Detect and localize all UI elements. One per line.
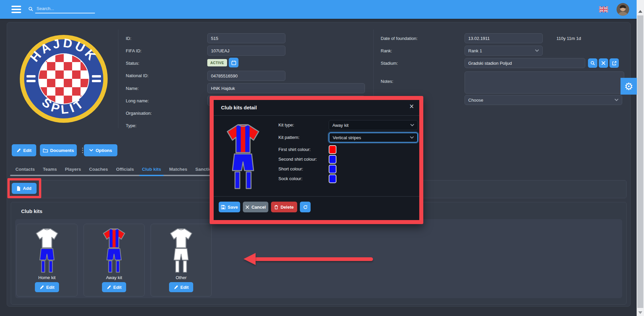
- kit-edit-button[interactable]: Edit: [102, 282, 126, 292]
- colour-swatch-first-shirt-colour[interactable]: [329, 145, 336, 154]
- status-badge: ACTIVE: [207, 59, 227, 66]
- close-icon[interactable]: ×: [410, 103, 414, 110]
- chevron-down-icon: [410, 136, 414, 139]
- stadium-label: Stadium:: [381, 61, 398, 66]
- choose-select[interactable]: Choose: [465, 95, 622, 105]
- top-navbar: [0, 0, 637, 19]
- foundation-age-text: 110y 11m 1d: [556, 36, 581, 41]
- scroll-down-arrow[interactable]: [638, 311, 642, 314]
- tab-coaches[interactable]: Coaches: [85, 163, 112, 175]
- organisation-label: Organisation:: [126, 111, 152, 116]
- app-root: HAJDUK SPLIT ID: FIFA ID: Status: ACTIVE…: [0, 0, 644, 316]
- status-label: Status:: [126, 61, 139, 66]
- folder-icon: [43, 148, 48, 153]
- kit-name: Home kit: [17, 275, 77, 280]
- fifa-id-field[interactable]: [207, 46, 285, 56]
- x-icon: [246, 205, 249, 209]
- scroll-up-arrow[interactable]: [638, 10, 642, 13]
- colour-swatch-sock-colour[interactable]: [329, 174, 336, 183]
- fifa-id-label: FIFA ID:: [126, 48, 142, 53]
- kit-name: Away kit: [84, 275, 144, 280]
- language-flag-icon[interactable]: [599, 6, 608, 12]
- options-button[interactable]: Options: [84, 144, 117, 156]
- cancel-button[interactable]: Cancel: [243, 202, 268, 212]
- pencil-icon: [16, 148, 21, 153]
- tab-contacts[interactable]: Contacts: [11, 163, 39, 175]
- kit-type-label: Kit type:: [278, 121, 294, 129]
- sock-colour-label: Sock colour:: [278, 174, 303, 183]
- stadium-clear-button[interactable]: [599, 58, 608, 68]
- rank-label: Rank:: [381, 48, 392, 53]
- tab-teams[interactable]: Teams: [39, 163, 61, 175]
- settings-gear-button[interactable]: ⚙: [621, 78, 637, 95]
- user-avatar[interactable]: [616, 3, 629, 16]
- club-kits-panel-title: Club kits: [21, 208, 42, 214]
- kit-card-other: Other Edit: [151, 224, 212, 297]
- id-label: ID:: [126, 36, 131, 41]
- search-icon: [28, 6, 33, 11]
- hamburger-menu-icon[interactable]: [11, 6, 21, 13]
- scrollbar-thumb[interactable]: [637, 15, 643, 308]
- annotation-arrow: [254, 257, 373, 261]
- pencil-icon: [107, 285, 111, 289]
- documents-button[interactable]: Documents: [40, 144, 77, 156]
- kit-preview-image: [225, 119, 261, 195]
- modal-title: Club kits detail: [221, 105, 257, 110]
- annotation-box-add: [7, 178, 41, 198]
- tab-officials[interactable]: Officials: [112, 163, 138, 175]
- stadium-open-button[interactable]: [609, 58, 619, 68]
- kit-card-home-kit: Home kit Edit: [16, 224, 77, 297]
- long-name-label: Long name:: [126, 98, 149, 103]
- modal-body: Kit type: Away kit Kit pattern: Vertical…: [214, 116, 419, 196]
- tab-club-kits[interactable]: Club kits: [138, 163, 165, 175]
- edit-button[interactable]: Edit: [12, 144, 36, 156]
- tab-strip: ContactsTeamsPlayersCoachesOfficialsClub…: [10, 163, 241, 175]
- tab-matches[interactable]: Matches: [165, 163, 191, 175]
- foundation-date-field[interactable]: [465, 33, 543, 43]
- tab-players[interactable]: Players: [61, 163, 85, 175]
- kit-pattern-select[interactable]: Vertical stripes: [329, 133, 418, 143]
- id-field[interactable]: [207, 33, 285, 43]
- modal-header: Club kits detail ×: [214, 100, 419, 116]
- kit-name: Other: [151, 275, 211, 280]
- notes-textarea[interactable]: [465, 71, 624, 94]
- chevron-down-icon: [410, 124, 414, 126]
- kit-pattern-label: Kit pattern:: [278, 133, 300, 142]
- colour-swatch-second-shirt-colour[interactable]: [329, 155, 336, 164]
- kit-image: [30, 227, 64, 274]
- chevron-down-icon: [614, 99, 619, 101]
- annotation-box-modal: Club kits detail × Kit type: Away kit Ki…: [210, 96, 423, 224]
- delete-button[interactable]: Delete: [271, 202, 297, 212]
- search-input[interactable]: [35, 4, 95, 13]
- status-history-button[interactable]: [229, 58, 238, 67]
- short-colour-label: Short colour:: [278, 165, 303, 173]
- kit-edit-button[interactable]: Edit: [35, 282, 59, 292]
- name-field[interactable]: [207, 83, 365, 93]
- national-id-field[interactable]: [207, 71, 285, 81]
- stadium-field[interactable]: [465, 58, 585, 68]
- scrollbar[interactable]: [637, 0, 644, 316]
- refresh-icon: [303, 205, 308, 209]
- form-divider-left: [118, 30, 118, 128]
- floppy-icon: [221, 205, 225, 209]
- second-shirt-colour-label: Second shirt colour:: [278, 155, 317, 164]
- club-logo: HAJDUK SPLIT: [18, 34, 109, 124]
- rank-select[interactable]: Rank 1: [465, 46, 543, 56]
- kit-card-away-kit: Away kit Edit: [84, 224, 145, 297]
- notes-label: Notes:: [381, 79, 393, 84]
- club-kits-detail-modal: Club kits detail × Kit type: Away kit Ki…: [214, 100, 419, 220]
- national-id-label: National ID:: [126, 73, 149, 78]
- trash-icon: [274, 205, 278, 209]
- annotation-arrow-head: [244, 253, 256, 265]
- kit-edit-button[interactable]: Edit: [169, 282, 193, 292]
- kit-type-select[interactable]: Away kit: [329, 120, 418, 130]
- stadium-search-button[interactable]: [588, 58, 597, 68]
- pencil-icon: [40, 285, 44, 289]
- type-label: Type:: [126, 123, 137, 128]
- chevron-down-icon: [535, 49, 539, 52]
- pencil-icon: [174, 285, 178, 289]
- colour-swatch-short-colour[interactable]: [329, 165, 336, 173]
- kit-image: [97, 227, 131, 274]
- refresh-button[interactable]: [300, 202, 311, 212]
- save-button[interactable]: Save: [219, 202, 240, 212]
